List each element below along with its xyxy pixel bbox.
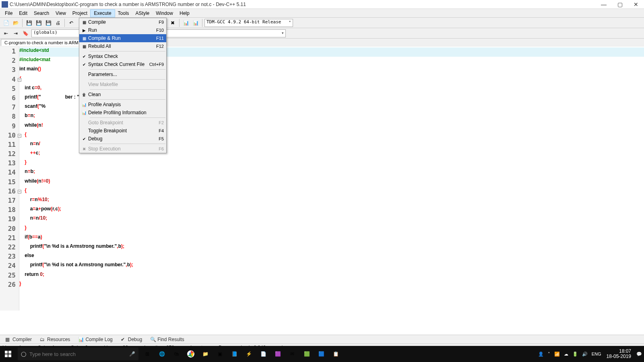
maximize-button[interactable]: ▢ xyxy=(612,0,628,9)
blank-icon xyxy=(80,71,88,78)
app-icon-6[interactable]: 📋 xyxy=(328,346,343,362)
chevron-up-icon[interactable]: ˄ xyxy=(546,352,552,357)
compiler-combo[interactable]: TDM-GCC 4.9.2 64-bit Release xyxy=(204,19,293,27)
menu-item-run[interactable]: ▶RunF10 xyxy=(79,26,166,34)
menu-item-delete-profiling-information[interactable]: 📊Delete Profiling Information xyxy=(79,109,166,117)
undo-icon[interactable]: ↶ xyxy=(67,19,76,27)
profile-del-icon[interactable]: 📊 xyxy=(191,19,200,27)
menu-item-label: Compile xyxy=(88,19,159,25)
menu-item-label: Compile & Run xyxy=(88,35,156,41)
start-button[interactable] xyxy=(0,346,16,362)
menu-item-toggle-breakpoint[interactable]: Toggle BreakpointF4 xyxy=(79,127,166,135)
bookmark-icon[interactable]: 🔖 xyxy=(21,29,30,38)
open-file-icon[interactable]: 📂 xyxy=(11,19,20,27)
terminal-icon[interactable]: ▣ xyxy=(213,346,227,362)
menu-item-compile[interactable]: ▦CompileF9 xyxy=(79,18,166,26)
devcpp-icon[interactable]: 🟦 xyxy=(314,346,328,362)
menu-item-clean[interactable]: 🗑Clean xyxy=(79,90,166,99)
symbols-combo[interactable] xyxy=(149,29,286,37)
menu-item-view-makefile: View Makefile xyxy=(79,80,166,88)
search-input[interactable] xyxy=(29,351,129,357)
search-icon: 🔍 xyxy=(150,337,156,342)
menu-item-profile-analysis[interactable]: 📊Profile Analysis xyxy=(79,101,166,109)
menu-item-rebuild-all[interactable]: ▦Rebuild AllF12 xyxy=(79,42,166,50)
menu-edit[interactable]: Edit xyxy=(16,10,31,17)
explorer-icon[interactable]: 📁 xyxy=(198,346,213,362)
language-indicator[interactable]: ENG xyxy=(590,352,603,356)
menu-item-shortcut: F10 xyxy=(156,28,164,33)
app-icon-2[interactable]: ⚡ xyxy=(242,346,256,362)
gridplay-icon: ▦ xyxy=(80,35,88,41)
menu-item-goto-breakpoint: Goto BreakpointF2 xyxy=(79,119,166,127)
volume-icon[interactable]: 🔊 xyxy=(580,352,590,357)
close-button[interactable]: ✕ xyxy=(628,0,644,9)
menu-item-label: Delete Profiling Information xyxy=(88,110,164,115)
save-project-icon[interactable]: 💾 xyxy=(44,19,53,27)
svg-rect-14 xyxy=(5,354,8,357)
taskbar-search[interactable]: ◯ 🎤 xyxy=(18,348,138,360)
people-icon[interactable]: 👤 xyxy=(536,352,546,357)
blank-icon xyxy=(80,119,88,126)
minimize-button[interactable]: — xyxy=(596,0,612,9)
menu-item-shortcut: F4 xyxy=(159,128,164,133)
app-icon-5[interactable]: 🟩 xyxy=(299,346,314,362)
wifi-icon[interactable]: 📶 xyxy=(552,352,562,357)
app-icon-4[interactable]: 🟪 xyxy=(270,346,285,362)
tab-find-results[interactable]: 🔍Find Results xyxy=(147,335,188,343)
save-icon[interactable]: 💾 xyxy=(25,19,33,27)
menu-item-label: Goto Breakpoint xyxy=(88,120,159,125)
line-gutter: 1 2 3 4− 5 6 7 8 9 10− 11 12 13 14 15 16… xyxy=(0,47,19,311)
store-icon[interactable]: 🛍 xyxy=(169,346,184,362)
menu-astyle[interactable]: AStyle xyxy=(132,10,153,17)
menu-item-shortcut: F11 xyxy=(156,36,164,41)
menu-help[interactable]: Help xyxy=(176,10,193,17)
taskbar-clock[interactable]: 18:07 18-05-2019 xyxy=(603,349,634,359)
menu-item-label: Stop Execution xyxy=(88,146,159,152)
save-all-icon[interactable]: 💾 xyxy=(34,19,43,27)
edge-icon[interactable]: 🌐 xyxy=(155,346,169,362)
mic-icon[interactable]: 🎤 xyxy=(129,351,135,357)
chart-icon: 📊 xyxy=(80,101,88,108)
tab-debug[interactable]: ✔Debug xyxy=(117,335,146,343)
menu-item-shortcut: F9 xyxy=(159,20,164,25)
svg-rect-15 xyxy=(8,354,11,357)
stop-icon[interactable]: ✖ xyxy=(168,19,177,27)
menu-item-compile-run[interactable]: ▦Compile & RunF11 xyxy=(79,34,166,42)
notifications-icon[interactable]: 💬 xyxy=(634,352,644,357)
mail-icon[interactable]: ✉ xyxy=(285,346,299,362)
tab-compiler[interactable]: ▦Compiler xyxy=(2,335,35,343)
tab-resources[interactable]: 🗂Resources xyxy=(36,335,74,343)
blank-icon xyxy=(80,81,88,88)
onedrive-icon[interactable]: ☁ xyxy=(562,352,570,357)
goto-left-icon[interactable]: ⇤ xyxy=(2,29,10,38)
menu-item-syntax-check[interactable]: ✔Syntax Check xyxy=(79,52,166,60)
menu-item-parameters-[interactable]: Parameters... xyxy=(79,70,166,78)
file-tab[interactable]: C-program to check a number is ARM xyxy=(1,39,82,46)
app-icon-3[interactable]: 📄 xyxy=(256,346,270,362)
menu-project[interactable]: Project xyxy=(69,10,91,17)
menu-tools[interactable]: Tools xyxy=(115,10,132,17)
task-view-icon[interactable]: ⊞ xyxy=(140,346,155,362)
menu-bar: File Edit Search View Project Execute To… xyxy=(0,9,644,18)
menu-execute[interactable]: Execute xyxy=(91,10,114,17)
menu-file[interactable]: File xyxy=(2,10,16,17)
menu-search[interactable]: Search xyxy=(31,10,52,17)
menu-item-syntax-check-current-file[interactable]: ✔Syntax Check Current FileCtrl+F9 xyxy=(79,60,166,68)
menu-item-label: View Makefile xyxy=(88,82,164,87)
app-icon-1[interactable]: 📘 xyxy=(227,346,242,362)
profile-icon[interactable]: 📊 xyxy=(182,19,190,27)
goto-right-icon[interactable]: ⇥ xyxy=(11,29,20,38)
menu-item-label: Profile Analysis xyxy=(88,102,164,107)
battery-icon[interactable]: 🔋 xyxy=(570,352,580,357)
menu-item-debug[interactable]: ✔DebugF5 xyxy=(79,135,166,143)
menu-view[interactable]: View xyxy=(52,10,69,17)
chrome-icon[interactable] xyxy=(184,346,198,362)
new-file-icon[interactable]: 📄 xyxy=(2,19,10,27)
print-icon[interactable]: 🖨 xyxy=(54,19,62,27)
grid-icon: ▦ xyxy=(80,19,88,25)
menu-window[interactable]: Window xyxy=(153,10,176,17)
menu-item-label: Run xyxy=(88,27,156,33)
cortana-icon: ◯ xyxy=(21,351,26,357)
system-tray: 👤 ˄ 📶 ☁ 🔋 🔊 ENG 18:07 18-05-2019 💬 xyxy=(536,349,644,359)
tab-compile-log[interactable]: 📊Compile Log xyxy=(74,335,116,343)
